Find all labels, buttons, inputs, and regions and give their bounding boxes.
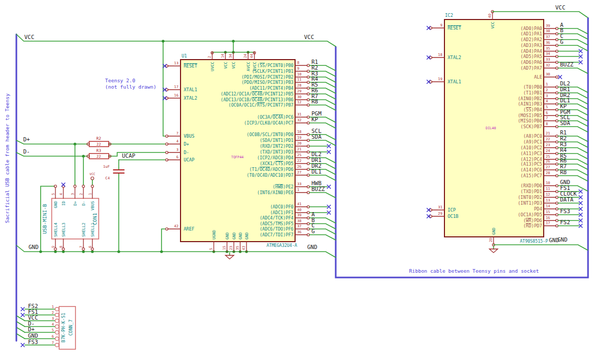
pin-number: 3 <box>176 148 178 152</box>
schematic-canvas[interactable]: Sacrificial USB cable from header to Tee… <box>0 0 597 364</box>
net-label-r8[interactable]: R8 <box>560 169 567 175</box>
pin-name: AREF <box>184 226 194 232</box>
pin-name: (SS)PB4 <box>523 107 542 112</box>
net-wire-sda[interactable] <box>309 140 336 146</box>
resistor-ref[interactable]: R2 <box>96 136 101 141</box>
net-label-g[interactable]: G <box>311 228 315 234</box>
pin-number: 25 <box>546 155 550 159</box>
resistor-ref[interactable]: R3 <box>96 148 101 153</box>
resistor-value[interactable]: 22 <box>97 155 101 159</box>
pin-number: 28 <box>546 171 550 175</box>
resistor-value[interactable]: 22 <box>97 142 101 147</box>
net-label-ucap[interactable]: UCAP <box>122 152 135 159</box>
net-label-d-[interactable]: D- <box>23 148 30 155</box>
net-label-d+[interactable]: D+ <box>28 326 35 332</box>
ground-symbol[interactable] <box>225 255 234 259</box>
net-label-sda[interactable]: SDA <box>560 120 571 126</box>
pin-number: 6 <box>176 155 178 159</box>
vcc-wire[interactable] <box>16 34 336 46</box>
pin-number: 7 <box>52 341 54 345</box>
net-label-gnd[interactable]: GND <box>307 244 317 250</box>
net-wire-buzz[interactable] <box>558 68 587 73</box>
note-ribbon-cable[interactable]: Ribbon cable between Teensy pins and soc… <box>409 268 539 274</box>
ic2-gnd-wire[interactable] <box>494 245 587 250</box>
net-wire-d+[interactable] <box>17 328 25 332</box>
connector-value[interactable]: USB-MINI-B <box>42 204 48 234</box>
pin-name: (INT0)PD2 <box>518 195 542 200</box>
net-label-vcc[interactable]: VCC <box>24 34 34 40</box>
dminus-wire[interactable] <box>109 152 165 156</box>
pin-name: ALE <box>534 74 542 80</box>
pin-number: 31 <box>297 112 301 117</box>
net-label-d+[interactable]: D+ <box>23 136 30 142</box>
net-label-dl1[interactable]: DL1 <box>311 168 321 175</box>
net-label-vcc[interactable]: VCC <box>555 4 565 11</box>
note-sacrificial-usb[interactable]: Sacrificial USB cable from header to Tee… <box>4 93 10 223</box>
pin-name: (A10)PC2 <box>520 145 542 150</box>
pin-number: 23 <box>229 246 233 250</box>
pin-number: 44 <box>250 54 254 58</box>
pin-number: 12 <box>297 100 301 104</box>
pin-name: (A11)PC3 <box>520 151 542 156</box>
pin-number: 17 <box>174 85 178 89</box>
net-label-sda[interactable]: SDA <box>311 133 322 140</box>
note-teensy-line1[interactable]: Teensy 2.0 <box>105 78 135 83</box>
note-teensy-line2[interactable]: (not fully drawn) <box>105 84 156 90</box>
pin-number: 2 <box>546 88 548 92</box>
net-wire-g[interactable] <box>309 235 336 240</box>
net-label-fs3[interactable]: FS3 <box>28 339 38 345</box>
ic-ref[interactable]: IC2 <box>445 13 453 18</box>
ic-footprint[interactable]: DIL40 <box>486 126 496 130</box>
ic-value[interactable]: ATMEGA32U4-A <box>267 243 297 248</box>
connector-value[interactable]: B7K-PH-K-S1 <box>61 313 66 342</box>
pin-number: 3 <box>52 317 54 321</box>
net-wire-buzz[interactable] <box>309 193 336 198</box>
capacitor-ref[interactable]: C4 <box>106 176 110 180</box>
net-label-buzz[interactable]: BUZZ <box>560 61 573 68</box>
pin-name: (A13)PC5 <box>520 161 542 167</box>
pin-number: 16 <box>174 93 178 98</box>
pin-name: (ADC5/TMS)PF5 <box>260 221 293 226</box>
pin-name: VCC <box>490 22 495 29</box>
net-wire-gnd[interactable] <box>17 334 25 339</box>
pin-number: 2 <box>207 56 212 58</box>
pin-number: 42 <box>174 224 178 228</box>
pin-name: (ADC13/OC1B/OC4B/PCINT13)PB6 <box>221 97 293 102</box>
pin-name: (WR)PD6 <box>523 218 542 223</box>
pin-name: (RXD)PD0 <box>520 183 542 188</box>
pin-name: D- <box>81 201 86 206</box>
pin-number: 4 <box>59 193 63 195</box>
pin-number: 18 <box>438 53 442 57</box>
net-label-r8[interactable]: R8 <box>311 98 318 104</box>
pin-number: 16 <box>546 216 550 220</box>
net-label-gnd[interactable]: GND <box>549 237 559 243</box>
pin-end-circle <box>55 308 59 311</box>
pin-number: 19 <box>297 136 301 140</box>
net-wire-r8[interactable] <box>309 105 336 110</box>
ic-ref[interactable]: U1 <box>182 53 187 59</box>
net-label-buzz[interactable]: BUZZ <box>311 186 325 192</box>
pin-name: SHELL2 <box>81 223 86 237</box>
net-label-gnd[interactable]: GND <box>28 332 38 339</box>
capacitor-value[interactable]: 1uF <box>103 165 110 169</box>
ic-value[interactable]: AT90S8515-P <box>520 239 548 244</box>
ic2-vcc-wire[interactable] <box>492 12 587 17</box>
net-label-g[interactable]: G <box>560 39 563 45</box>
ic-footprint[interactable]: TQFP44 <box>231 155 244 159</box>
net-wire-g[interactable] <box>558 45 587 51</box>
pin-number: 19 <box>438 77 442 81</box>
aref-wire[interactable] <box>162 229 165 252</box>
pin-name: (AD1)PA1 <box>520 31 542 36</box>
net-label-fs3[interactable]: FS3 <box>560 208 570 214</box>
pin-number: 22 <box>546 137 550 141</box>
connector-ref[interactable]: CONN_7 <box>68 320 73 336</box>
net-label-data[interactable]: DATA <box>560 196 574 203</box>
pin-name: (RXD/INT2)PD2 <box>260 143 293 149</box>
net-label-gnd[interactable]: GND <box>29 244 39 250</box>
pin-number: 13 <box>546 198 550 203</box>
ground-symbol[interactable] <box>489 249 498 253</box>
net-wire-d-[interactable] <box>17 322 25 327</box>
net-label-vcc[interactable]: VCC <box>304 34 314 40</box>
net-label-fs2[interactable]: FS2 <box>560 219 570 225</box>
net-label-kp[interactable]: KP <box>311 116 318 122</box>
